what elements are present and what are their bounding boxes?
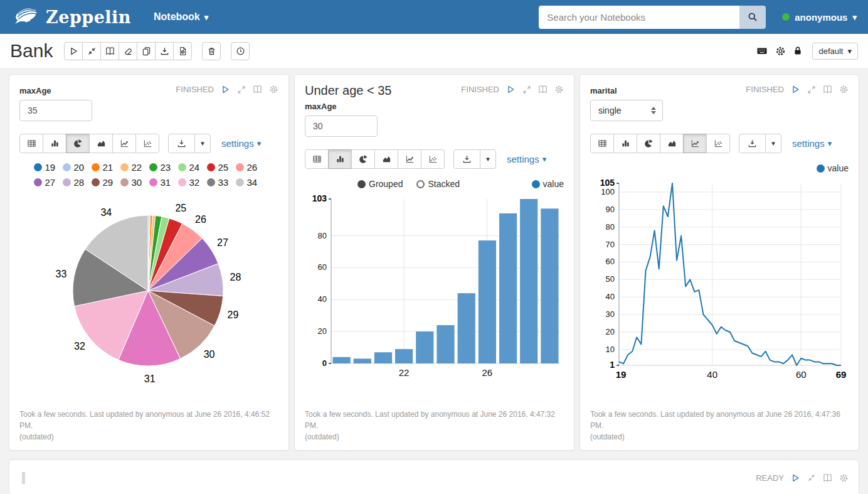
interpreter-gear-icon[interactable] [775,46,786,56]
download-button[interactable] [453,149,480,169]
settings-toggle[interactable]: settings ▾ [507,154,546,164]
version-control-button[interactable] [173,42,192,60]
book-icon[interactable] [823,85,832,94]
chart-type-area-button[interactable] [374,149,398,169]
run-paragraph-button[interactable] [506,85,516,94]
collapse-paragraphs-button[interactable] [82,42,101,60]
legend-item-24[interactable]: 24 [178,162,207,173]
menu-notebook[interactable]: Notebook ▾ [154,11,208,23]
bar-25[interactable] [458,293,475,363]
legend-item-value[interactable]: value [817,163,849,173]
maxage-input[interactable] [305,115,378,137]
maxage-input[interactable] [19,100,92,121]
book-icon[interactable] [538,85,548,94]
remove-note-button[interactable] [202,42,221,60]
fullscreen-icon[interactable] [807,85,816,94]
schedule-note-button[interactable] [231,42,250,60]
chart-type-table-button[interactable] [305,149,329,169]
download-caret-button[interactable]: ▾ [765,134,781,153]
legend-item-22[interactable]: 22 [120,162,149,173]
grouped-radio[interactable]: Grouped [357,179,403,189]
area-chart-icon [382,154,391,164]
interpreter-binding-select[interactable]: default ▾ [812,43,858,60]
form-label-marital: marital [590,86,617,95]
legend-item-31[interactable]: 31 [149,177,178,188]
chart-type-line-button[interactable] [398,149,421,169]
bar-24[interactable] [437,325,454,363]
gear-icon[interactable] [269,85,278,94]
legend-item-32[interactable]: 32 [178,177,207,188]
run-all-button[interactable] [64,42,83,60]
legend-item-21[interactable]: 21 [92,162,120,173]
chart-type-scatter-button[interactable] [135,134,159,153]
paragraph-empty-editor[interactable]: READY [9,459,859,494]
legend-item-29[interactable]: 29 [92,177,120,188]
legend-item-25[interactable]: 25 [207,162,236,173]
legend-item-27[interactable]: 27 [34,177,63,188]
zeppelin-home-link[interactable]: Zeppelin [11,7,131,27]
bar-21[interactable] [374,352,392,363]
fullscreen-icon[interactable] [237,85,246,94]
search-button[interactable] [739,6,766,29]
chart-type-pie-button[interactable] [351,149,375,169]
legend-item-26[interactable]: 26 [236,162,265,173]
download-button[interactable] [168,134,195,153]
gear-icon[interactable] [839,473,849,483]
permissions-lock-icon[interactable] [793,46,803,56]
search-input[interactable] [539,6,739,29]
settings-toggle[interactable]: settings ▾ [221,138,261,149]
bar-29[interactable] [541,208,558,363]
bar-19[interactable] [333,357,351,363]
legend-item-20[interactable]: 20 [63,162,92,173]
stacked-radio[interactable]: Stacked [416,179,460,189]
bar-28[interactable] [520,199,537,363]
svg-text:20: 20 [606,327,615,336]
download-button[interactable] [739,134,766,153]
legend-item-28[interactable]: 28 [63,177,92,188]
chart-type-bar-button[interactable] [43,134,66,153]
bar-23[interactable] [416,331,433,363]
chart-type-scatter-button[interactable] [706,134,730,153]
chart-type-pie-button[interactable] [637,134,660,153]
run-paragraph-button[interactable] [791,85,800,94]
legend-item-23[interactable]: 23 [149,162,178,173]
gear-icon[interactable] [554,85,564,94]
book-icon[interactable] [823,473,832,483]
legend-item-33[interactable]: 33 [207,177,236,188]
export-note-button[interactable] [155,42,174,60]
user-menu[interactable]: anonymous ▾ [782,12,857,23]
legend-item-30[interactable]: 30 [120,177,149,188]
legend-item-34[interactable]: 34 [236,177,265,188]
compress-icon[interactable] [807,473,816,482]
chart-type-area-button[interactable] [660,134,684,153]
book-icon[interactable] [253,85,262,94]
chart-type-line-button[interactable] [112,134,136,153]
marital-select[interactable]: single [590,100,663,121]
bar-26[interactable] [479,240,496,363]
run-paragraph-button[interactable] [791,473,800,483]
chart-type-bar-button[interactable] [328,149,352,169]
gear-icon[interactable] [839,85,849,94]
legend-item-value[interactable]: value [532,179,564,189]
bar-27[interactable] [499,213,517,363]
bar-22[interactable] [395,349,413,363]
chart-type-table-button[interactable] [590,134,614,153]
run-paragraph-button[interactable] [221,85,230,94]
chart-type-table-button[interactable] [19,134,43,153]
chart-type-scatter-button[interactable] [421,149,445,169]
legend-item-19[interactable]: 19 [34,162,63,173]
clear-output-button[interactable] [119,42,137,60]
fullscreen-icon[interactable] [522,85,531,94]
clone-note-button[interactable] [137,42,156,60]
caret-down-icon: ▾ [204,13,209,21]
shortcuts-keyboard-icon[interactable] [756,46,768,56]
download-caret-button[interactable]: ▾ [480,149,496,169]
bar-20[interactable] [354,358,371,363]
chart-type-area-button[interactable] [89,134,113,153]
download-caret-button[interactable]: ▾ [194,134,211,153]
settings-toggle[interactable]: settings ▾ [792,138,832,149]
chart-type-pie-button[interactable] [66,134,90,153]
chart-type-line-button[interactable] [683,134,707,153]
show-hide-code-button[interactable] [100,42,119,60]
chart-type-bar-button[interactable] [613,134,637,153]
